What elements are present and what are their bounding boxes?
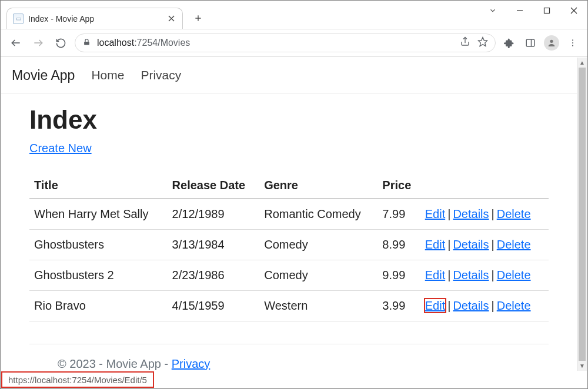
details-link[interactable]: Details [453, 207, 489, 220]
reload-button[interactable] [52, 35, 69, 51]
cell-genre: Romantic Comedy [259, 199, 377, 230]
table-row: Ghostbusters 22/23/1986Comedy9.99Edit|De… [29, 260, 549, 291]
svg-rect-1 [544, 8, 550, 14]
edit-link[interactable]: Edit [425, 299, 445, 312]
url-path: :7254/Movies [134, 38, 190, 48]
separator: | [489, 299, 497, 312]
svg-point-16 [572, 39, 573, 41]
details-link[interactable]: Details [453, 238, 489, 251]
extensions-icon[interactable] [502, 35, 517, 51]
cell-actions: Edit|Details|Delete [420, 199, 549, 230]
status-url: https://localhost:7254/Movies/Edit/5 [8, 375, 147, 385]
cell-title: Rio Bravo [29, 291, 168, 321]
cell-genre: Comedy [259, 260, 377, 291]
tab-search-chevron-icon[interactable] [479, 1, 506, 21]
cell-actions: Edit|Details|Delete [420, 291, 549, 321]
new-tab-button[interactable] [189, 9, 208, 28]
svg-rect-13 [526, 39, 534, 46]
edit-link[interactable]: Edit [425, 207, 445, 220]
edit-link[interactable]: Edit [425, 269, 445, 281]
forward-button[interactable] [30, 35, 46, 51]
delete-link[interactable]: Delete [497, 269, 531, 281]
cell-release_date: 2/12/1989 [168, 199, 260, 230]
window-controls [479, 1, 587, 21]
url-input[interactable]: localhost:7254/Movies [75, 33, 496, 52]
details-link[interactable]: Details [453, 299, 489, 312]
minimize-button[interactable] [506, 1, 533, 21]
svg-marker-12 [479, 38, 487, 46]
scrollbar-thumb[interactable] [579, 68, 586, 361]
share-icon[interactable] [460, 36, 470, 49]
delete-link[interactable]: Delete [497, 238, 531, 251]
footer-privacy-link[interactable]: Privacy [172, 357, 211, 370]
tab-close-icon[interactable] [166, 14, 176, 24]
page-footer: © 2023 - Movie App - Privacy [29, 344, 549, 371]
table-row: Ghostbusters3/13/1984Comedy8.99Edit|Deta… [29, 230, 549, 260]
maximize-button[interactable] [533, 1, 560, 21]
cell-actions: Edit|Details|Delete [420, 260, 549, 291]
create-new-link[interactable]: Create New [29, 142, 92, 155]
edit-link[interactable]: Edit [425, 238, 445, 251]
cell-title: When Harry Met Sally [29, 199, 168, 230]
movies-table: Title Release Date Genre Price When Harr… [29, 173, 549, 321]
cell-price: 7.99 [377, 199, 420, 230]
cell-price: 8.99 [377, 230, 420, 260]
tab-title: Index - Movie App [28, 14, 94, 24]
footer-text: © 2023 - Movie App - [58, 357, 172, 370]
status-bar: https://localhost:7254/Movies/Edit/5 [1, 371, 154, 388]
browser-tab[interactable]: ▭ Index - Movie App [6, 8, 183, 29]
separator: | [445, 299, 453, 312]
page-container: Index Create New Title Release Date Genr… [1, 93, 577, 371]
page-title: Index [29, 105, 549, 135]
side-panel-icon[interactable] [523, 35, 538, 51]
col-release-date: Release Date [168, 173, 260, 199]
table-row: Rio Bravo4/15/1959Western3.99Edit|Detail… [29, 291, 549, 321]
scroll-up-arrow-icon[interactable]: ▲ [577, 58, 587, 68]
separator: | [445, 207, 453, 220]
separator: | [489, 238, 497, 251]
svg-point-18 [572, 45, 573, 46]
lock-icon [82, 38, 91, 49]
bookmark-star-icon[interactable] [477, 36, 488, 49]
separator: | [489, 269, 497, 281]
cell-release_date: 3/13/1984 [168, 230, 260, 260]
cell-genre: Western [259, 291, 377, 321]
svg-rect-10 [84, 41, 89, 45]
table-row: When Harry Met Sally2/12/1989Romantic Co… [29, 199, 549, 230]
vertical-scrollbar[interactable]: ▲ ▼ [577, 58, 587, 371]
col-genre: Genre [259, 173, 377, 199]
cell-title: Ghostbusters 2 [29, 260, 168, 291]
svg-point-15 [550, 40, 553, 43]
address-bar: localhost:7254/Movies [1, 29, 587, 57]
menu-dots-icon[interactable] [565, 35, 580, 51]
cell-genre: Comedy [259, 230, 377, 260]
nav-link-privacy[interactable]: Privacy [141, 68, 181, 82]
delete-link[interactable]: Delete [497, 207, 531, 220]
url-text: localhost:7254/Movies [97, 38, 190, 48]
brand-link[interactable]: Movie App [12, 68, 75, 83]
back-button[interactable] [8, 35, 24, 51]
cell-release_date: 4/15/1959 [168, 291, 260, 321]
cell-release_date: 2/23/1986 [168, 260, 260, 291]
cell-actions: Edit|Details|Delete [420, 230, 549, 260]
nav-link-home[interactable]: Home [91, 68, 124, 82]
profile-avatar-icon[interactable] [544, 35, 559, 51]
details-link[interactable]: Details [453, 269, 489, 281]
site-navbar: Movie App Home Privacy [1, 58, 577, 93]
separator: | [489, 207, 497, 220]
cell-price: 3.99 [377, 291, 420, 321]
col-price: Price [377, 173, 420, 199]
svg-point-17 [572, 42, 573, 43]
close-window-button[interactable] [560, 1, 587, 21]
cell-title: Ghostbusters [29, 230, 168, 260]
delete-link[interactable]: Delete [497, 299, 531, 312]
favicon-icon: ▭ [13, 14, 24, 24]
table-header-row: Title Release Date Genre Price [29, 173, 549, 199]
col-title: Title [29, 173, 168, 199]
col-actions [420, 173, 549, 199]
viewport: ▲ ▼ Movie App Home Privacy Index Create … [1, 58, 587, 371]
url-host: localhost [97, 38, 134, 48]
cell-price: 9.99 [377, 260, 420, 291]
separator: | [445, 269, 453, 281]
scroll-down-arrow-icon[interactable]: ▼ [577, 361, 587, 371]
